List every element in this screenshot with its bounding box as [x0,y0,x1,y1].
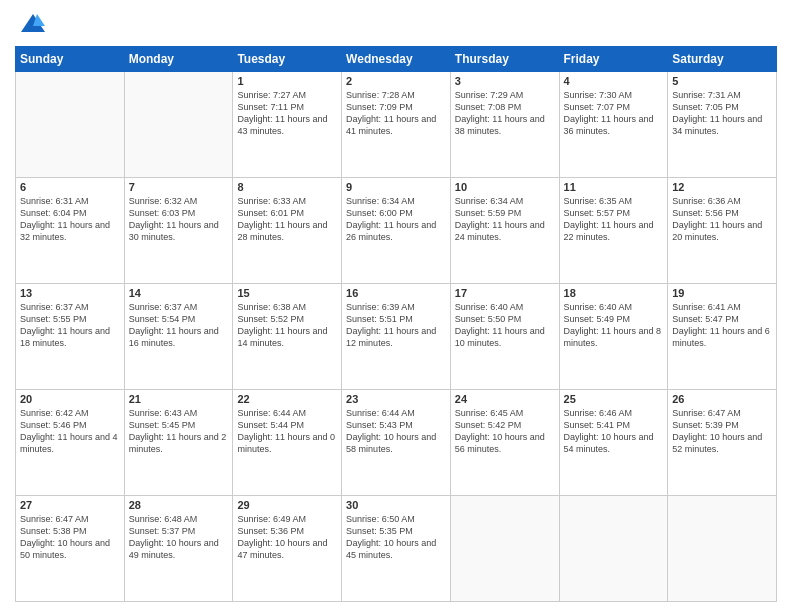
day-info: Sunrise: 6:44 AMSunset: 5:43 PMDaylight:… [346,407,446,456]
calendar-cell: 2Sunrise: 7:28 AMSunset: 7:09 PMDaylight… [342,72,451,178]
header [15,10,777,38]
day-number: 24 [455,393,555,405]
day-number: 27 [20,499,120,511]
day-number: 28 [129,499,229,511]
day-number: 8 [237,181,337,193]
day-number: 29 [237,499,337,511]
calendar-cell: 5Sunrise: 7:31 AMSunset: 7:05 PMDaylight… [668,72,777,178]
weekday-header: Thursday [450,47,559,72]
day-info: Sunrise: 6:38 AMSunset: 5:52 PMDaylight:… [237,301,337,350]
day-info: Sunrise: 6:35 AMSunset: 5:57 PMDaylight:… [564,195,664,244]
calendar-cell: 16Sunrise: 6:39 AMSunset: 5:51 PMDayligh… [342,284,451,390]
weekday-header: Sunday [16,47,125,72]
day-info: Sunrise: 6:40 AMSunset: 5:50 PMDaylight:… [455,301,555,350]
day-info: Sunrise: 6:31 AMSunset: 6:04 PMDaylight:… [20,195,120,244]
day-number: 16 [346,287,446,299]
calendar-cell [124,72,233,178]
day-number: 7 [129,181,229,193]
calendar-cell [668,496,777,602]
day-info: Sunrise: 6:44 AMSunset: 5:44 PMDaylight:… [237,407,337,456]
calendar-cell: 23Sunrise: 6:44 AMSunset: 5:43 PMDayligh… [342,390,451,496]
calendar-cell: 30Sunrise: 6:50 AMSunset: 5:35 PMDayligh… [342,496,451,602]
day-info: Sunrise: 7:28 AMSunset: 7:09 PMDaylight:… [346,89,446,138]
calendar: SundayMondayTuesdayWednesdayThursdayFrid… [15,46,777,602]
day-number: 30 [346,499,446,511]
calendar-cell: 7Sunrise: 6:32 AMSunset: 6:03 PMDaylight… [124,178,233,284]
calendar-cell: 4Sunrise: 7:30 AMSunset: 7:07 PMDaylight… [559,72,668,178]
weekday-header-row: SundayMondayTuesdayWednesdayThursdayFrid… [16,47,777,72]
day-number: 21 [129,393,229,405]
day-info: Sunrise: 6:37 AMSunset: 5:54 PMDaylight:… [129,301,229,350]
calendar-cell: 6Sunrise: 6:31 AMSunset: 6:04 PMDaylight… [16,178,125,284]
day-info: Sunrise: 6:47 AMSunset: 5:39 PMDaylight:… [672,407,772,456]
day-number: 4 [564,75,664,87]
calendar-cell: 24Sunrise: 6:45 AMSunset: 5:42 PMDayligh… [450,390,559,496]
calendar-cell: 11Sunrise: 6:35 AMSunset: 5:57 PMDayligh… [559,178,668,284]
day-info: Sunrise: 6:39 AMSunset: 5:51 PMDaylight:… [346,301,446,350]
day-number: 19 [672,287,772,299]
calendar-cell: 3Sunrise: 7:29 AMSunset: 7:08 PMDaylight… [450,72,559,178]
calendar-cell: 9Sunrise: 6:34 AMSunset: 6:00 PMDaylight… [342,178,451,284]
day-number: 2 [346,75,446,87]
day-number: 9 [346,181,446,193]
day-info: Sunrise: 7:29 AMSunset: 7:08 PMDaylight:… [455,89,555,138]
calendar-cell: 19Sunrise: 6:41 AMSunset: 5:47 PMDayligh… [668,284,777,390]
day-number: 12 [672,181,772,193]
day-number: 18 [564,287,664,299]
day-info: Sunrise: 6:47 AMSunset: 5:38 PMDaylight:… [20,513,120,562]
calendar-cell: 10Sunrise: 6:34 AMSunset: 5:59 PMDayligh… [450,178,559,284]
day-number: 11 [564,181,664,193]
calendar-cell: 15Sunrise: 6:38 AMSunset: 5:52 PMDayligh… [233,284,342,390]
calendar-cell [450,496,559,602]
day-number: 17 [455,287,555,299]
day-info: Sunrise: 7:30 AMSunset: 7:07 PMDaylight:… [564,89,664,138]
calendar-cell: 20Sunrise: 6:42 AMSunset: 5:46 PMDayligh… [16,390,125,496]
calendar-cell: 27Sunrise: 6:47 AMSunset: 5:38 PMDayligh… [16,496,125,602]
calendar-cell: 18Sunrise: 6:40 AMSunset: 5:49 PMDayligh… [559,284,668,390]
day-info: Sunrise: 6:34 AMSunset: 5:59 PMDaylight:… [455,195,555,244]
day-info: Sunrise: 6:41 AMSunset: 5:47 PMDaylight:… [672,301,772,350]
day-info: Sunrise: 6:45 AMSunset: 5:42 PMDaylight:… [455,407,555,456]
calendar-week-row: 6Sunrise: 6:31 AMSunset: 6:04 PMDaylight… [16,178,777,284]
day-info: Sunrise: 6:40 AMSunset: 5:49 PMDaylight:… [564,301,664,350]
day-number: 20 [20,393,120,405]
weekday-header: Tuesday [233,47,342,72]
calendar-cell: 17Sunrise: 6:40 AMSunset: 5:50 PMDayligh… [450,284,559,390]
page: SundayMondayTuesdayWednesdayThursdayFrid… [0,0,792,612]
day-info: Sunrise: 7:27 AMSunset: 7:11 PMDaylight:… [237,89,337,138]
day-info: Sunrise: 6:42 AMSunset: 5:46 PMDaylight:… [20,407,120,456]
day-number: 26 [672,393,772,405]
day-info: Sunrise: 7:31 AMSunset: 7:05 PMDaylight:… [672,89,772,138]
day-info: Sunrise: 6:50 AMSunset: 5:35 PMDaylight:… [346,513,446,562]
calendar-cell: 13Sunrise: 6:37 AMSunset: 5:55 PMDayligh… [16,284,125,390]
day-info: Sunrise: 6:49 AMSunset: 5:36 PMDaylight:… [237,513,337,562]
day-info: Sunrise: 6:43 AMSunset: 5:45 PMDaylight:… [129,407,229,456]
calendar-cell: 8Sunrise: 6:33 AMSunset: 6:01 PMDaylight… [233,178,342,284]
weekday-header: Saturday [668,47,777,72]
calendar-cell: 28Sunrise: 6:48 AMSunset: 5:37 PMDayligh… [124,496,233,602]
day-number: 1 [237,75,337,87]
calendar-cell: 26Sunrise: 6:47 AMSunset: 5:39 PMDayligh… [668,390,777,496]
day-number: 25 [564,393,664,405]
calendar-cell: 29Sunrise: 6:49 AMSunset: 5:36 PMDayligh… [233,496,342,602]
logo-icon [19,10,47,38]
calendar-week-row: 27Sunrise: 6:47 AMSunset: 5:38 PMDayligh… [16,496,777,602]
calendar-cell: 12Sunrise: 6:36 AMSunset: 5:56 PMDayligh… [668,178,777,284]
day-number: 6 [20,181,120,193]
day-info: Sunrise: 6:48 AMSunset: 5:37 PMDaylight:… [129,513,229,562]
weekday-header: Monday [124,47,233,72]
calendar-cell: 25Sunrise: 6:46 AMSunset: 5:41 PMDayligh… [559,390,668,496]
calendar-week-row: 13Sunrise: 6:37 AMSunset: 5:55 PMDayligh… [16,284,777,390]
day-number: 3 [455,75,555,87]
day-info: Sunrise: 6:32 AMSunset: 6:03 PMDaylight:… [129,195,229,244]
day-info: Sunrise: 6:36 AMSunset: 5:56 PMDaylight:… [672,195,772,244]
calendar-week-row: 20Sunrise: 6:42 AMSunset: 5:46 PMDayligh… [16,390,777,496]
day-info: Sunrise: 6:33 AMSunset: 6:01 PMDaylight:… [237,195,337,244]
day-number: 13 [20,287,120,299]
day-info: Sunrise: 6:46 AMSunset: 5:41 PMDaylight:… [564,407,664,456]
calendar-cell: 21Sunrise: 6:43 AMSunset: 5:45 PMDayligh… [124,390,233,496]
day-info: Sunrise: 6:37 AMSunset: 5:55 PMDaylight:… [20,301,120,350]
calendar-cell: 1Sunrise: 7:27 AMSunset: 7:11 PMDaylight… [233,72,342,178]
calendar-cell: 22Sunrise: 6:44 AMSunset: 5:44 PMDayligh… [233,390,342,496]
calendar-cell [559,496,668,602]
